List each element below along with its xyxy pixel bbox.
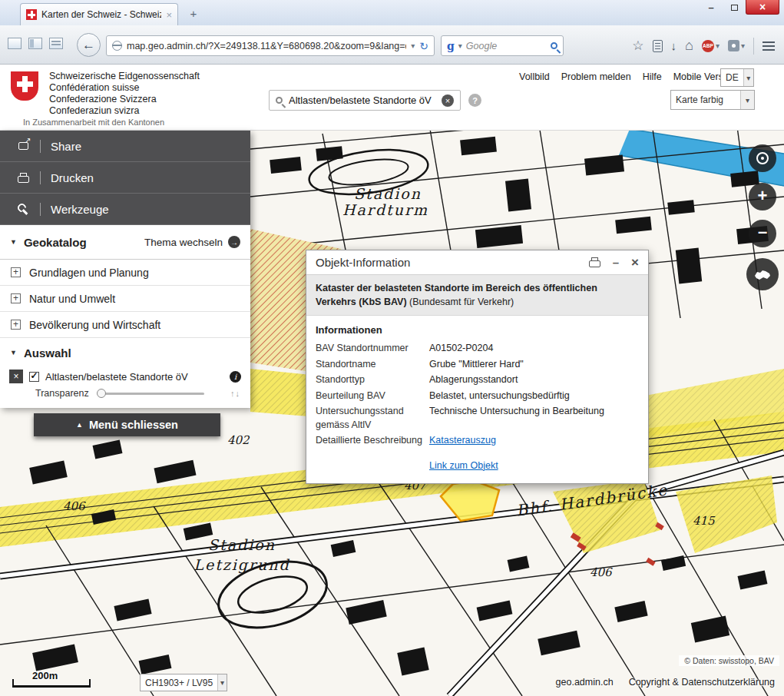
catalog-item-grundlagen[interactable]: Grundlagen und Planung bbox=[0, 260, 250, 286]
url-bar[interactable] bbox=[106, 35, 435, 56]
move-up-icon[interactable] bbox=[230, 389, 235, 398]
new-tab-button[interactable] bbox=[184, 7, 203, 22]
titlebar: Karten der Schweiz - Schweize... bbox=[0, 0, 784, 25]
clear-search-icon[interactable] bbox=[442, 94, 454, 107]
tools-menu-item[interactable]: Werkzeuge bbox=[0, 194, 250, 225]
layer-info-icon[interactable] bbox=[230, 371, 241, 383]
wrench-icon bbox=[18, 204, 28, 214]
link-problem-melden[interactable]: Problem melden bbox=[561, 71, 631, 82]
url-dropdown-icon[interactable] bbox=[411, 41, 415, 50]
popup-print-icon[interactable] bbox=[589, 260, 600, 267]
layer-reorder-arrows[interactable] bbox=[230, 389, 240, 398]
toolbar-buttons bbox=[632, 35, 775, 56]
slider-knob[interactable] bbox=[97, 389, 106, 398]
layer-checkbox[interactable] bbox=[29, 372, 39, 382]
popup-titlebar[interactable]: Objekt-Information bbox=[306, 250, 648, 274]
close-menu-button[interactable]: Menü schliessen bbox=[34, 413, 220, 436]
kataster-link[interactable]: Katasterauszug bbox=[429, 434, 496, 448]
collapse-triangle-icon bbox=[10, 349, 17, 356]
tab-title: Karten der Schweiz - Schweize... bbox=[41, 9, 161, 20]
expand-plus-icon[interactable] bbox=[11, 267, 21, 277]
info-label: Detaillierte Beschreibung bbox=[316, 434, 429, 448]
map-label-stadion-letzigrund-1: Stadion bbox=[208, 536, 276, 553]
search-go-icon[interactable] bbox=[551, 42, 557, 49]
language-select[interactable]: DE bbox=[720, 68, 754, 87]
link-vollbild[interactable]: Vollbild bbox=[519, 71, 550, 82]
info-value: Belastet, untersuchungsbedürftig bbox=[429, 389, 570, 403]
bookmarks-menu-icon[interactable] bbox=[653, 40, 663, 52]
map-search-bar[interactable] bbox=[269, 90, 461, 111]
map-search-input[interactable] bbox=[289, 94, 435, 106]
info-value: Ablagerungsstandort bbox=[429, 373, 518, 387]
browser-search-box[interactable] bbox=[441, 35, 564, 56]
footer-links: geo.admin.ch Copyright & Datenschutzerkl… bbox=[556, 677, 775, 688]
minimize-button[interactable] bbox=[700, 0, 723, 15]
browser-search-input[interactable] bbox=[466, 41, 547, 51]
url-input[interactable] bbox=[127, 41, 406, 51]
geocatalog-header[interactable]: Geokatalog Thema wechseln bbox=[0, 225, 250, 260]
map-style-value: Karte farbig bbox=[671, 94, 740, 105]
expand-plus-icon[interactable] bbox=[11, 293, 21, 303]
catalog-item-label: Grundlagen und Planung bbox=[29, 267, 149, 279]
toolbar-shortcut-icon-3[interactable] bbox=[49, 38, 63, 49]
info-row: Beurteilung BAV Belastet, untersuchungsb… bbox=[316, 389, 639, 403]
map-number-406: 406 bbox=[63, 499, 86, 513]
toolbar-shortcuts bbox=[8, 38, 63, 49]
header-links: Vollbild Problem melden Hilfe Mobile Ver… bbox=[519, 71, 736, 82]
reload-icon[interactable] bbox=[419, 40, 428, 52]
bookmark-star-icon[interactable] bbox=[632, 38, 643, 54]
site-identity-icon[interactable] bbox=[112, 41, 122, 51]
catalog-item-bevoelkerung[interactable]: Bevölkerung und Wirtschaft bbox=[0, 312, 250, 338]
printer-icon bbox=[18, 176, 29, 183]
search-engine-dropdown-icon[interactable] bbox=[458, 41, 462, 50]
back-button[interactable] bbox=[77, 33, 101, 57]
geolocate-button[interactable] bbox=[749, 144, 776, 172]
navigation-toolbar bbox=[0, 25, 784, 65]
map-style-select[interactable]: Karte farbig bbox=[670, 90, 755, 110]
zoom-in-button[interactable] bbox=[749, 183, 776, 210]
popup-close-icon[interactable] bbox=[631, 255, 639, 270]
transparency-slider[interactable] bbox=[98, 393, 204, 395]
zoom-to-switzerland-button[interactable] bbox=[746, 258, 779, 290]
close-button[interactable] bbox=[746, 0, 779, 15]
target-icon bbox=[756, 152, 769, 164]
maximize-button[interactable] bbox=[723, 0, 746, 15]
close-menu-label: Menü schliessen bbox=[89, 419, 178, 431]
remove-layer-button[interactable] bbox=[9, 370, 23, 383]
arrow-right-circle-icon[interactable] bbox=[228, 236, 240, 248]
object-link[interactable]: Link zum Objekt bbox=[429, 460, 639, 471]
info-row: Standorttyp Ablagerungsstandort bbox=[316, 373, 639, 387]
print-label: Drucken bbox=[40, 171, 94, 184]
menu-icon[interactable] bbox=[762, 41, 775, 51]
browser-tab[interactable]: Karten der Schweiz - Schweize... bbox=[20, 3, 178, 25]
tab-close-icon[interactable] bbox=[166, 10, 172, 20]
map-attribution: © Daten: swisstopo, BAV bbox=[679, 655, 779, 666]
addon-icon[interactable] bbox=[728, 40, 745, 51]
popup-minimize-icon[interactable] bbox=[613, 256, 619, 269]
selection-header[interactable]: Auswahl bbox=[0, 338, 250, 367]
site-link[interactable]: geo.admin.ch bbox=[556, 677, 614, 688]
expand-plus-icon[interactable] bbox=[11, 320, 21, 330]
projection-select[interactable]: CH1903+ / LV95 bbox=[140, 674, 227, 691]
move-down-icon[interactable] bbox=[236, 389, 240, 398]
home-icon[interactable] bbox=[685, 38, 693, 54]
share-menu-item[interactable]: Share bbox=[0, 131, 250, 162]
toolbar-shortcut-icon-1[interactable] bbox=[8, 38, 22, 49]
layer-row: Altlasten/belastete Standorte öV bbox=[0, 367, 250, 385]
catalog-item-natur[interactable]: Natur und Umwelt bbox=[0, 286, 250, 312]
site-header: Schweizerische Eidgenossenschaft Confédé… bbox=[0, 65, 784, 131]
copyright-link[interactable]: Copyright & Datenschutzerklärung bbox=[629, 677, 775, 688]
share-icon bbox=[18, 142, 28, 150]
google-favicon-icon[interactable] bbox=[447, 41, 455, 51]
popup-subheader: Kataster der belasteten Standorte im Ber… bbox=[306, 274, 648, 316]
help-icon[interactable] bbox=[468, 94, 481, 107]
link-hilfe[interactable]: Hilfe bbox=[643, 71, 662, 82]
toolbar-shortcut-icon-2[interactable] bbox=[28, 38, 42, 49]
zoom-out-button[interactable] bbox=[749, 220, 776, 247]
print-menu-item[interactable]: Drucken bbox=[0, 162, 250, 194]
geocatalog-title: Geokatalog bbox=[24, 236, 87, 249]
change-theme-link[interactable]: Thema wechseln bbox=[144, 237, 223, 248]
downloads-icon[interactable] bbox=[671, 39, 677, 52]
popup-section-title: Informationen bbox=[316, 324, 639, 336]
adblock-icon[interactable] bbox=[702, 40, 719, 52]
